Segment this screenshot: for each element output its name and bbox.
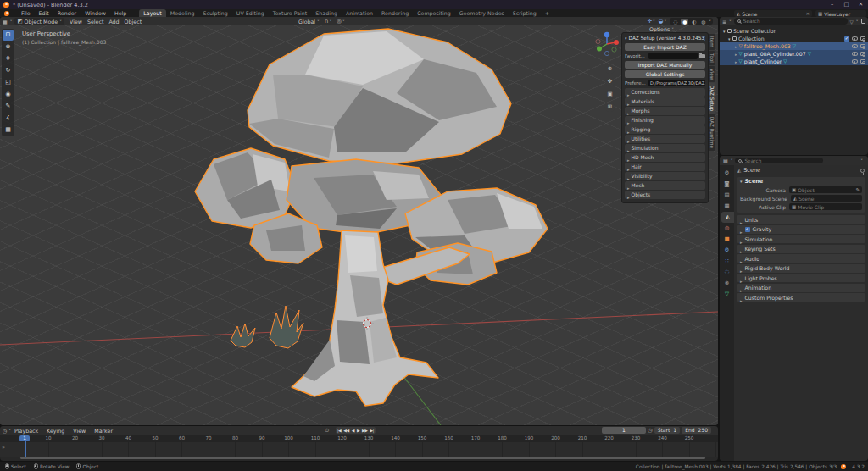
render-visibility-icon[interactable]	[860, 59, 866, 64]
shading-rendered-icon[interactable]: ◍	[699, 19, 707, 25]
viewport-nav-button[interactable]: ⊞	[605, 103, 615, 112]
properties-section-header[interactable]: Keying Sets	[737, 245, 865, 253]
mode-dropdown[interactable]: ◩ Object Mode	[14, 18, 64, 25]
playback-button[interactable]: ◀◀	[343, 429, 348, 433]
outliner-search-input[interactable]: Search	[734, 18, 848, 25]
outliner-editor-type-icon[interactable]: ≡	[722, 19, 726, 25]
scene-panel-header[interactable]: Scene	[737, 177, 865, 186]
workspace-tab[interactable]: Texture Paint	[269, 9, 312, 17]
workspace-tab[interactable]: Sculpting	[198, 9, 231, 17]
playhead-badge[interactable]: 1	[19, 435, 30, 442]
properties-tab[interactable]: ∷	[720, 256, 734, 267]
workspace-tab[interactable]: Geometry Nodes	[455, 9, 509, 17]
hide-icon[interactable]	[852, 36, 858, 41]
daz-path-field[interactable]: D:/Programs/DAZ 3D/DAZ...	[648, 80, 705, 86]
daz-section-header[interactable]: Rigging	[625, 125, 705, 134]
shading-material-icon[interactable]: ◐	[690, 19, 698, 25]
daz-section-header[interactable]: Hair	[625, 163, 705, 171]
background-scene-field[interactable]: ◭ Scene	[791, 195, 862, 202]
workspace-tab[interactable]: Shading	[311, 9, 342, 17]
scene-collection-row[interactable]: Scene Collection	[720, 27, 868, 35]
shading-solid-icon[interactable]: ●	[681, 19, 688, 25]
playback-button[interactable]: ◀	[352, 429, 354, 433]
timeline-menu-item[interactable]: Playback	[11, 428, 42, 434]
auto-keying-button[interactable]: ⊙	[325, 427, 329, 434]
menu-item[interactable]: Render	[53, 9, 81, 17]
daz-section-header[interactable]: Mesh	[625, 181, 705, 190]
daz-section-header[interactable]: Objects	[625, 191, 705, 199]
menu-item[interactable]: File	[17, 9, 35, 17]
properties-tab[interactable]: ■	[720, 234, 734, 245]
shading-wireframe-icon[interactable]: ◌	[671, 19, 679, 25]
hide-icon[interactable]	[852, 52, 858, 56]
hide-icon[interactable]	[852, 44, 858, 48]
workspace-tab[interactable]: Animation	[342, 9, 377, 17]
properties-section-header[interactable]: Gravity	[737, 225, 865, 234]
properties-tab[interactable]: ▦	[720, 201, 734, 212]
expand-channels-icon[interactable]: »	[2, 444, 5, 451]
properties-section-header[interactable]: Audio	[737, 254, 865, 263]
navigation-gizmo[interactable]	[594, 30, 620, 56]
sidebar-tab[interactable]: DAZ Runtime	[709, 114, 715, 151]
sidebar-tab[interactable]: DAZ Setup	[709, 83, 715, 114]
global-settings-button[interactable]: Global Settings	[625, 70, 705, 78]
favorite-field[interactable]	[648, 53, 698, 59]
viewport-menu-item[interactable]: View	[67, 19, 85, 25]
timeline-tracks[interactable]	[0, 442, 718, 457]
viewport-canvas[interactable]: ⊡⊕✥↻◱◉✎∡▦ User Perspective (1) Collectio…	[0, 25, 718, 425]
properties-tab[interactable]: ⚙	[720, 245, 734, 256]
new-collection-icon[interactable]	[861, 19, 866, 24]
daz-section-header[interactable]: Simulation	[625, 144, 705, 152]
easy-import-daz-button[interactable]: Easy Import DAZ	[625, 43, 705, 51]
viewport-nav-button[interactable]: ▣	[605, 90, 615, 99]
gizmo-y-axis[interactable]	[597, 47, 602, 52]
current-frame-field[interactable]: 1	[602, 427, 646, 434]
timeline-ruler[interactable]: 1020304050607080901001101201301401501601…	[0, 435, 718, 442]
gravity-checkbox[interactable]	[745, 227, 750, 232]
eyedropper-icon[interactable]: ✎	[855, 187, 860, 192]
viewport-tool-button[interactable]: ◱	[3, 77, 14, 88]
exclude-checkbox[interactable]	[844, 36, 849, 42]
properties-section-header[interactable]: Units	[737, 215, 865, 224]
playback-button[interactable]: ▶|	[370, 429, 374, 433]
overlays-toggle[interactable]: ◒	[659, 18, 666, 25]
properties-section-header[interactable]: Simulation	[737, 235, 865, 243]
snap-dropdown[interactable]: ∩	[325, 18, 332, 25]
timeline-scrollbar[interactable]	[20, 457, 705, 459]
gizmos-toggle[interactable]: ✛	[648, 18, 655, 25]
playback-button[interactable]: ▶▶	[362, 429, 367, 433]
daz-section-header[interactable]: Corrections	[625, 88, 705, 97]
properties-section-header[interactable]: Light Probes	[737, 274, 865, 282]
properties-section-header[interactable]: Rigid Body World	[737, 264, 865, 273]
menu-item[interactable]: Help	[110, 9, 131, 17]
plant-models[interactable]	[231, 306, 303, 348]
viewport-tool-button[interactable]: ∡	[3, 113, 14, 124]
properties-tab[interactable]: ⊗	[720, 278, 734, 289]
workspace-tab[interactable]: Compositing	[413, 9, 454, 17]
sidebar-tab[interactable]: View	[709, 66, 715, 82]
active-clip-field[interactable]: ▦ Movie Clip	[789, 203, 862, 210]
folder-icon[interactable]	[699, 54, 705, 59]
start-frame-field[interactable]: Start1	[654, 427, 681, 434]
menu-item[interactable]: Edit	[35, 9, 53, 17]
sidebar-tab[interactable]: Tool	[709, 51, 715, 65]
close-button[interactable]: ✕	[854, 0, 868, 9]
daz-section-header[interactable]: Visibility	[625, 172, 705, 180]
tree-model[interactable]	[195, 29, 548, 406]
properties-section-header[interactable]: Animation	[737, 284, 865, 292]
daz-section-header[interactable]: HD Mesh	[625, 153, 705, 162]
viewport-menu-item[interactable]: Select	[85, 19, 106, 25]
timeline-editor-type[interactable]: ◷	[0, 428, 11, 434]
unlink-scene-icon[interactable]	[806, 11, 810, 16]
object-row[interactable]: ▽ plant_00A_Cylinder.007 ▽	[720, 50, 868, 58]
viewport-tool-button[interactable]: ↻	[3, 65, 14, 76]
pin-icon[interactable]	[860, 169, 865, 173]
properties-tab[interactable]: ◍	[720, 223, 734, 234]
proportional-edit-dropdown[interactable]: ◎	[337, 18, 344, 25]
scene-selector[interactable]: ◭ Scene	[734, 10, 812, 17]
object-row[interactable]: ▽ plant_Cylinder ▽	[720, 58, 868, 65]
viewport-nav-button[interactable]: ✥	[605, 77, 615, 86]
workspace-tab[interactable]: +	[541, 9, 554, 17]
orientation-dropdown[interactable]: Global	[298, 19, 320, 25]
timeline-menu-item[interactable]: Keying	[43, 428, 68, 434]
